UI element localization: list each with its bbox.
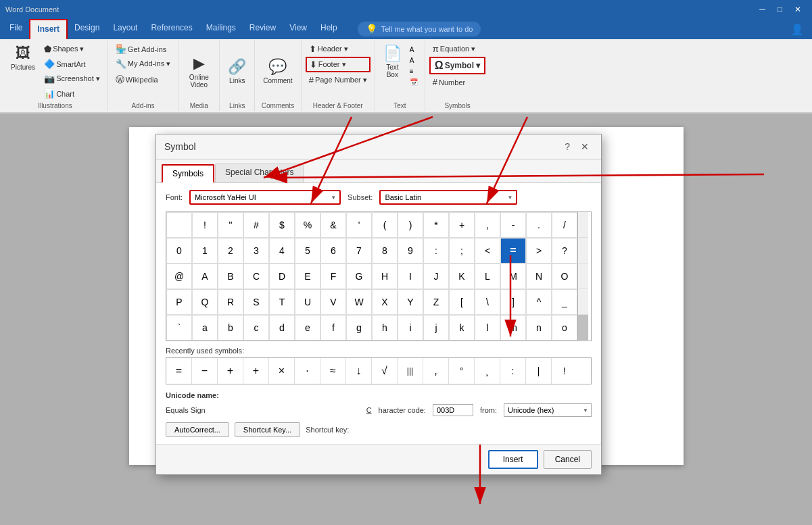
- symbol-cell[interactable]: F: [320, 264, 346, 289]
- font-select[interactable]: Microsoft YaHei UI: [191, 191, 339, 203]
- close-btn[interactable]: ✕: [789, 3, 807, 16]
- symbol-cell[interactable]: P: [166, 289, 192, 315]
- recent-cell[interactable]: ≈: [320, 358, 346, 384]
- symbol-cell[interactable]: ^: [526, 289, 552, 315]
- symbol-cell[interactable]: U: [295, 289, 320, 315]
- symbol-cell[interactable]: @: [166, 264, 192, 289]
- symbol-cell[interactable]: c: [243, 315, 269, 341]
- symbol-cell[interactable]: >: [526, 238, 552, 264]
- recent-cell[interactable]: !: [552, 358, 577, 384]
- recent-cell[interactable]: −: [192, 358, 218, 384]
- symbol-cell[interactable]: W: [346, 289, 372, 315]
- symbol-cell[interactable]: X: [372, 289, 398, 315]
- scrollbar-area[interactable]: [577, 238, 588, 264]
- symbol-cell[interactable]: a: [192, 315, 218, 341]
- symbol-cell[interactable]: !: [192, 212, 218, 238]
- symbol-cell[interactable]: _: [552, 289, 577, 315]
- symbol-cell[interactable]: G: [346, 264, 372, 289]
- symbol-cell[interactable]: [166, 212, 192, 238]
- scrollbar-area[interactable]: [577, 289, 588, 315]
- symbol-cell[interactable]: H: [372, 264, 398, 289]
- symbol-cell-selected[interactable]: =: [500, 238, 526, 264]
- recent-cell[interactable]: ,: [423, 358, 449, 384]
- symbol-cell[interactable]: ;: [449, 238, 475, 264]
- symbol-cell[interactable]: 5: [295, 238, 320, 264]
- symbol-cell[interactable]: 7: [346, 238, 372, 264]
- page-number-btn[interactable]: #Page Number ▾: [306, 73, 371, 87]
- symbol-cell[interactable]: d: [269, 315, 295, 341]
- symbol-cell[interactable]: ]: [500, 289, 526, 315]
- footer-btn[interactable]: ⬇Footer ▾: [306, 57, 371, 72]
- comment-btn[interactable]: 💬 Comment: [259, 55, 296, 87]
- tab-symbols[interactable]: Symbols: [162, 164, 214, 183]
- get-addins-btn[interactable]: 🏪Get Add-ins: [112, 42, 174, 56]
- symbol-cell[interactable]: i: [398, 315, 423, 341]
- symbol-cell[interactable]: $: [269, 212, 295, 238]
- symbol-cell[interactable]: n: [526, 315, 552, 341]
- recent-cell[interactable]: |||: [398, 358, 423, 384]
- recent-cell[interactable]: √: [372, 358, 398, 384]
- symbol-cell[interactable]: h: [372, 315, 398, 341]
- symbol-cell[interactable]: E: [295, 264, 320, 289]
- symbol-cell[interactable]: ?: [552, 238, 577, 264]
- tab-help[interactable]: Help: [314, 19, 344, 39]
- recent-cell[interactable]: =: [166, 358, 192, 384]
- symbol-cell[interactable]: C: [243, 264, 269, 289]
- symbol-cell[interactable]: Y: [398, 289, 423, 315]
- symbol-cell[interactable]: g: [346, 315, 372, 341]
- symbol-cell[interactable]: [: [449, 289, 475, 315]
- text-more-btn3[interactable]: ≡: [407, 66, 421, 76]
- dialog-help-btn[interactable]: ?: [560, 140, 574, 153]
- shortcutkey-btn[interactable]: Shortcut Key...: [235, 422, 300, 437]
- symbol-cell[interactable]: -: [500, 212, 526, 238]
- charcode-input[interactable]: [433, 404, 473, 416]
- recent-cell[interactable]: °: [449, 358, 475, 384]
- symbol-cell[interactable]: \: [475, 289, 500, 315]
- tab-references[interactable]: References: [144, 19, 199, 39]
- text-more-btn4[interactable]: 📅: [407, 77, 421, 87]
- text-more-btn1[interactable]: A: [407, 45, 421, 55]
- subset-select[interactable]: Basic Latin: [381, 191, 516, 203]
- recent-cell[interactable]: +: [218, 358, 243, 384]
- recent-cell[interactable]: +: [243, 358, 269, 384]
- chart-btn[interactable]: 📊Chart: [41, 86, 103, 101]
- minimize-btn[interactable]: ─: [754, 3, 771, 16]
- user-icon[interactable]: 👤: [790, 23, 804, 36]
- text-more-btn2[interactable]: A: [407, 55, 421, 66]
- tab-view[interactable]: View: [283, 19, 314, 39]
- screenshot-btn[interactable]: 📷Screenshot ▾: [41, 72, 103, 86]
- recent-cell[interactable]: ×: [269, 358, 295, 384]
- symbol-cell[interactable]: m: [500, 315, 526, 341]
- symbol-cell[interactable]: Q: [192, 289, 218, 315]
- links-btn[interactable]: 🔗 Links: [224, 55, 250, 87]
- symbol-cell[interactable]: 2: [218, 238, 243, 264]
- symbol-cell[interactable]: 6: [320, 238, 346, 264]
- scrollbar-area[interactable]: [577, 264, 588, 289]
- symbol-cell[interactable]: ": [218, 212, 243, 238]
- symbol-cell[interactable]: T: [269, 289, 295, 315]
- symbol-cell[interactable]: Z: [423, 289, 449, 315]
- symbol-cell[interactable]: <: [475, 238, 500, 264]
- symbol-cell[interactable]: ,: [475, 212, 500, 238]
- tab-design[interactable]: Design: [68, 19, 106, 39]
- symbol-cell[interactable]: *: [423, 212, 449, 238]
- tab-insert[interactable]: Insert: [29, 19, 68, 39]
- my-addins-btn[interactable]: 🔧My Add-ins ▾: [112, 57, 174, 71]
- symbol-cell[interactable]: 9: [398, 238, 423, 264]
- symbol-cell[interactable]: 0: [166, 238, 192, 264]
- symbol-cell[interactable]: A: [192, 264, 218, 289]
- symbol-cell[interactable]: M: [500, 264, 526, 289]
- textbox-btn[interactable]: 📄 TextBox: [379, 42, 406, 81]
- symbol-cell[interactable]: 4: [269, 238, 295, 264]
- scrollbar-area[interactable]: [577, 212, 588, 238]
- symbol-cell[interactable]: /: [552, 212, 577, 238]
- insert-btn[interactable]: Insert: [488, 450, 538, 469]
- smartart-btn[interactable]: 🔷SmartArt: [41, 57, 103, 71]
- symbol-cell[interactable]: O: [552, 264, 577, 289]
- recent-cell[interactable]: :: [500, 358, 526, 384]
- symbol-cell[interactable]: %: [295, 212, 320, 238]
- symbol-cell[interactable]: (: [372, 212, 398, 238]
- symbol-cell[interactable]: B: [218, 264, 243, 289]
- symbol-cell[interactable]: `: [166, 315, 192, 341]
- online-video-btn[interactable]: ▶ OnlineVideo: [184, 52, 214, 91]
